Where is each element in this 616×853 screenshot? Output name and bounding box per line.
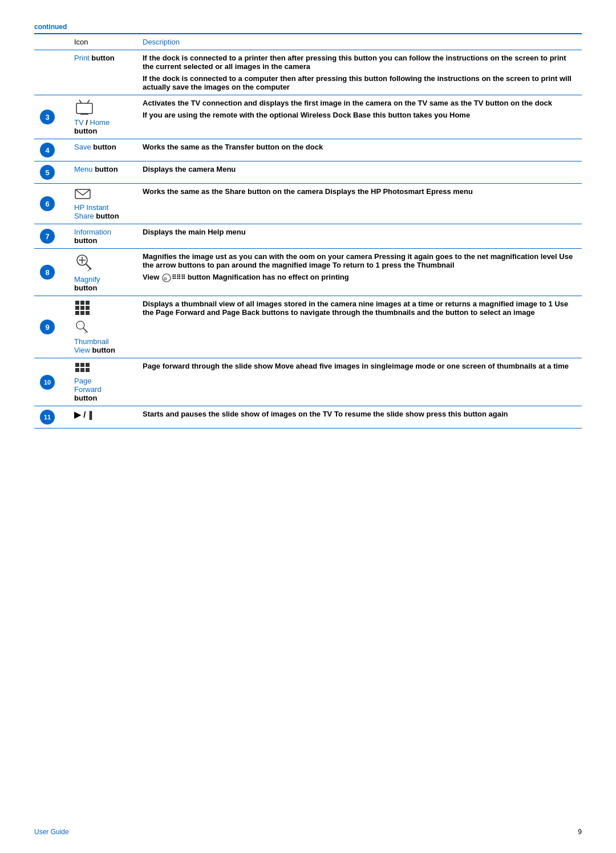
svg-rect-24 (75, 363, 79, 367)
svg-point-21 (76, 321, 84, 329)
row-icon: Print button (68, 50, 137, 95)
row-num: 7 (34, 224, 68, 249)
circle-number: 9 (40, 320, 55, 334)
row-icon: Menu button (68, 161, 137, 184)
svg-rect-25 (80, 363, 84, 367)
icon-suffix: button (90, 346, 115, 354)
col-header-icon: Icon (68, 34, 137, 50)
page-footer: User Guide 9 (34, 828, 582, 836)
icon-suffix: button (90, 54, 115, 62)
row-desc: Page forward through the slide show Move… (137, 358, 582, 406)
icon-label: Information (74, 228, 111, 236)
view-icon-inline: ⊙ (161, 273, 172, 283)
row-icon: HP InstantShare button (68, 184, 137, 224)
row-icon: ↗ ThumbnailView button (68, 296, 137, 358)
svg-text:↗: ↗ (84, 330, 88, 335)
svg-rect-28 (80, 368, 84, 372)
icon-label: Magnify (74, 275, 100, 284)
icon-suffix: button (94, 212, 119, 220)
row-num: 3 (34, 95, 68, 139)
row-desc: Activates the TV connection and displays… (137, 95, 582, 139)
share-icon (74, 187, 91, 201)
col-header-desc: Description (137, 34, 582, 50)
svg-rect-13 (80, 301, 84, 305)
row-desc: Displays the camera Menu (137, 161, 582, 184)
row-desc: Works the same as the Transfer button on… (137, 139, 582, 161)
icon-label: PageForward (74, 377, 102, 394)
footer-left: User Guide (34, 828, 69, 836)
circle-number: 11 (40, 410, 55, 425)
icon-label: Menu (74, 165, 93, 173)
svg-rect-29 (86, 368, 90, 372)
row-desc: If the dock is connected to a printer th… (137, 50, 582, 95)
svg-rect-20 (86, 311, 90, 315)
icon-label: TV (74, 118, 84, 127)
svg-rect-0 (76, 103, 92, 114)
row-num: 4 (34, 139, 68, 161)
icon-suffix: button (74, 284, 97, 292)
circle-number: 7 (40, 229, 55, 244)
table-row: 11 ▶ / ‖ Starts and pauses the slide sho… (34, 406, 582, 428)
circle-number: 6 (40, 196, 55, 211)
table-row: 10 PageForward button P (34, 358, 582, 406)
icon-sep: / (84, 118, 90, 127)
row-icon: Information button (68, 224, 137, 249)
icon-label: Save (74, 143, 91, 151)
svg-text:⊙: ⊙ (164, 277, 167, 281)
table-row: Print button If the dock is connected to… (34, 50, 582, 95)
svg-rect-26 (86, 363, 90, 367)
tv-icon (74, 99, 95, 116)
magnify-small-icon: ↗ (74, 319, 90, 335)
row-desc: Magnifies the image ust as you can with … (137, 249, 582, 296)
svg-rect-15 (75, 306, 79, 310)
svg-rect-16 (80, 306, 84, 310)
row-icon: TV / Home button (68, 95, 137, 139)
page-forward-icon (74, 362, 91, 374)
table-row: 4 Save button Works the same as the Tran… (34, 139, 582, 161)
svg-rect-27 (75, 368, 79, 372)
row-num: 8 (34, 249, 68, 296)
table-row: 9 (34, 296, 582, 358)
table-row: 3 TV / Home button Activates the TV conn… (34, 95, 582, 139)
row-desc: Works the same as the Share button on th… (137, 184, 582, 224)
icon-label: ▶ / ‖ (74, 410, 93, 419)
row-icon: ▶ / ‖ (68, 406, 137, 428)
row-num: 10 (34, 358, 68, 406)
footer-right: 9 (578, 828, 582, 836)
svg-rect-17 (86, 306, 90, 310)
table-row: 8 ↗ Magnify button Magnifies the imag (34, 249, 582, 296)
row-num: 11 (34, 406, 68, 428)
circle-number: 5 (40, 165, 55, 180)
magnify-icon: ↗ (74, 252, 95, 273)
row-icon: PageForward button (68, 358, 137, 406)
grid-icon (74, 300, 91, 317)
col-header-num (34, 34, 68, 50)
circle-number: 3 (40, 110, 55, 124)
svg-text:↗: ↗ (87, 266, 91, 273)
circle-number: 4 (40, 143, 55, 157)
table-row: 6 HP InstantShare button Works the same … (34, 184, 582, 224)
row-num: 5 (34, 161, 68, 184)
icon-suffix: button (74, 394, 97, 402)
icon-suffix: button (91, 143, 116, 151)
main-table: Icon Description Print button If the doc… (34, 33, 582, 428)
row-desc: Starts and pauses the slide show of imag… (137, 406, 582, 428)
row-desc: Displays a thumbnail view of all images … (137, 296, 582, 358)
row-num (34, 50, 68, 95)
row-icon: Save button (68, 139, 137, 161)
table-row: 7 Information button Displays the main H… (34, 224, 582, 249)
svg-rect-19 (80, 311, 84, 315)
table-row: 5 Menu button Displays the camera Menu (34, 161, 582, 184)
svg-rect-18 (75, 311, 79, 315)
icon-suffix: button (93, 165, 118, 173)
svg-line-1 (79, 100, 82, 103)
svg-line-2 (87, 100, 90, 103)
svg-rect-14 (86, 301, 90, 305)
svg-rect-12 (75, 301, 79, 305)
circle-number: 8 (40, 265, 55, 280)
circle-number: 10 (40, 375, 55, 390)
continued-label: continued (34, 23, 582, 31)
row-icon: ↗ Magnify button (68, 249, 137, 296)
svg-rect-3 (80, 114, 88, 115)
row-desc: Displays the main Help menu (137, 224, 582, 249)
